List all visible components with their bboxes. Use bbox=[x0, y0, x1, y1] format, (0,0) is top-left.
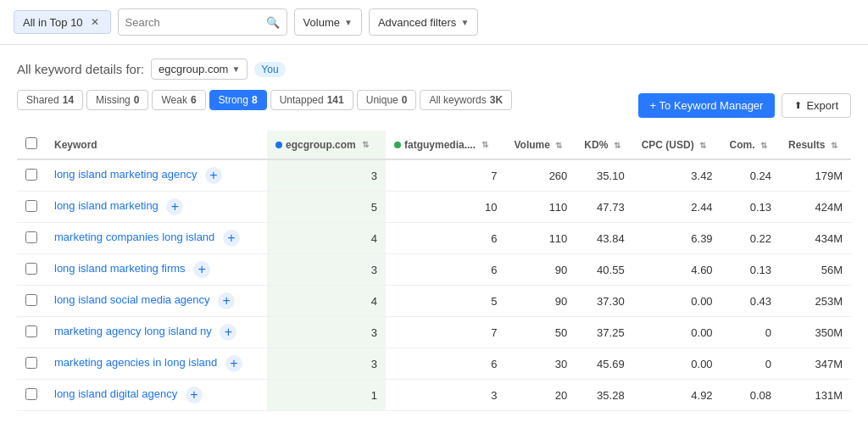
egc-rank-cell: 4 bbox=[267, 223, 386, 254]
keyword-link[interactable]: long island social media agency bbox=[54, 293, 210, 306]
row-checkbox-cell[interactable] bbox=[17, 254, 46, 286]
sort-icon: ⇅ bbox=[481, 140, 488, 149]
keyword-link[interactable]: marketing agencies in long island bbox=[54, 356, 217, 369]
com-cell: 0.22 bbox=[721, 223, 780, 254]
add-keyword-button[interactable]: + bbox=[225, 355, 242, 372]
sort-icon: ⇅ bbox=[831, 141, 837, 150]
com-cell: 0.13 bbox=[721, 192, 780, 223]
tab-count: 14 bbox=[63, 94, 74, 106]
add-keyword-button[interactable]: + bbox=[223, 230, 240, 247]
com-col-header: Com. ⇅ bbox=[721, 131, 780, 159]
volume-label: Volume bbox=[303, 16, 340, 29]
tab-untapped[interactable]: Untapped 141 bbox=[270, 90, 353, 110]
volume-cell: 50 bbox=[505, 317, 576, 348]
tab-missing[interactable]: Missing 0 bbox=[86, 90, 148, 110]
row-checkbox-cell[interactable] bbox=[17, 286, 46, 317]
add-keyword-button[interactable]: + bbox=[186, 387, 203, 403]
results-cell: 131M bbox=[780, 380, 851, 411]
tab-strong[interactable]: Strong 8 bbox=[209, 90, 267, 110]
table-row: long island digital agency + 1 3 20 35.2… bbox=[17, 380, 851, 411]
kd-cell: 37.30 bbox=[576, 286, 632, 317]
row-checkbox[interactable] bbox=[25, 357, 37, 369]
row-checkbox[interactable] bbox=[25, 231, 37, 243]
row-checkbox-cell[interactable] bbox=[17, 380, 46, 411]
kd-cell: 45.69 bbox=[576, 348, 632, 380]
select-all-header[interactable] bbox=[17, 131, 46, 159]
fat-rank-cell: 6 bbox=[386, 223, 505, 254]
fat-rank-cell: 5 bbox=[386, 286, 505, 317]
row-checkbox-cell[interactable] bbox=[17, 192, 46, 223]
filter-tag-label: All in Top 10 bbox=[23, 16, 83, 29]
com-cell: 0 bbox=[721, 348, 780, 380]
top-bar: All in Top 10 ✕ 🔍 Volume ▼ Advanced filt… bbox=[0, 0, 868, 45]
filter-tag[interactable]: All in Top 10 ✕ bbox=[14, 10, 111, 34]
egc-rank-cell: 1 bbox=[267, 380, 386, 411]
tab-count: 141 bbox=[327, 94, 344, 106]
fat-rank-cell: 10 bbox=[386, 192, 505, 223]
row-checkbox[interactable] bbox=[25, 294, 37, 306]
cpc-cell: 4.92 bbox=[633, 380, 721, 411]
search-box: 🔍 bbox=[118, 8, 287, 36]
tab-count: 0 bbox=[402, 94, 408, 106]
tab-all[interactable]: All keywords 3K bbox=[420, 90, 512, 110]
cpc-cell: 0.00 bbox=[633, 317, 721, 348]
keyword-cell: marketing agency long island ny + bbox=[46, 317, 267, 348]
sort-icon: ⇅ bbox=[614, 141, 620, 150]
row-checkbox-cell[interactable] bbox=[17, 317, 46, 348]
table-row: long island marketing firms + 3 6 90 40.… bbox=[17, 254, 851, 286]
row-checkbox[interactable] bbox=[25, 388, 37, 400]
add-keyword-button[interactable]: + bbox=[205, 167, 222, 184]
tab-shared[interactable]: Shared 14 bbox=[17, 90, 83, 110]
keyword-cell: marketing companies long island + bbox=[46, 223, 267, 254]
egc-rank-cell: 5 bbox=[267, 192, 386, 223]
tab-count: 0 bbox=[134, 94, 140, 106]
kd-cell: 40.55 bbox=[576, 254, 632, 286]
add-keyword-button[interactable]: + bbox=[166, 198, 183, 215]
tab-unique[interactable]: Unique 0 bbox=[357, 90, 417, 110]
tab-label: All keywords bbox=[429, 94, 486, 106]
search-input[interactable] bbox=[125, 16, 261, 29]
chevron-down-icon: ▼ bbox=[344, 18, 353, 27]
com-cell: 0.13 bbox=[721, 254, 780, 286]
export-button[interactable]: ⬆ Export bbox=[782, 93, 851, 118]
advanced-filters-dropdown[interactable]: Advanced filters ▼ bbox=[369, 8, 478, 36]
add-keyword-button[interactable]: + bbox=[193, 261, 210, 278]
tab-count: 6 bbox=[191, 94, 197, 106]
add-keyword-button[interactable]: + bbox=[220, 324, 236, 341]
keyword-link[interactable]: long island marketing firms bbox=[54, 262, 186, 275]
volume-cell: 20 bbox=[505, 380, 576, 411]
keyword-for-row: All keyword details for: egcgroup.com ▼ … bbox=[17, 58, 851, 80]
row-checkbox-cell[interactable] bbox=[17, 159, 46, 192]
keyword-link[interactable]: marketing agency long island ny bbox=[54, 325, 212, 337]
row-checkbox[interactable] bbox=[25, 263, 37, 275]
row-checkbox-cell[interactable] bbox=[17, 348, 46, 380]
tab-weak[interactable]: Weak 6 bbox=[152, 90, 205, 110]
volume-cell: 90 bbox=[505, 286, 576, 317]
keyword-manager-button[interactable]: + To Keyword Manager bbox=[638, 93, 776, 118]
keyword-cell: long island digital agency + bbox=[46, 380, 267, 411]
tab-count: 3K bbox=[490, 94, 503, 106]
domain-selector[interactable]: egcgroup.com ▼ bbox=[151, 58, 248, 80]
row-checkbox[interactable] bbox=[25, 169, 37, 181]
kd-cell: 37.25 bbox=[576, 317, 632, 348]
add-keyword-button[interactable]: + bbox=[218, 292, 235, 309]
export-icon: ⬆ bbox=[794, 100, 802, 111]
egcgroup-col-header: egcgroup.com ⇅ bbox=[267, 131, 386, 159]
filter-tag-close[interactable]: ✕ bbox=[88, 15, 102, 29]
com-cell: 0.43 bbox=[721, 286, 780, 317]
keyword-link[interactable]: long island marketing bbox=[54, 199, 159, 212]
egc-dot bbox=[275, 142, 282, 148]
row-checkbox[interactable] bbox=[25, 200, 37, 212]
action-buttons: + To Keyword Manager ⬆ Export bbox=[638, 93, 851, 118]
keyword-cell: long island marketing agency + bbox=[46, 159, 267, 192]
results-cell: 424M bbox=[780, 192, 851, 223]
row-checkbox-cell[interactable] bbox=[17, 223, 46, 254]
keyword-link[interactable]: marketing companies long island bbox=[54, 231, 214, 243]
keyword-link[interactable]: long island digital agency bbox=[54, 387, 177, 400]
keyword-link[interactable]: long island marketing agency bbox=[54, 168, 197, 181]
row-checkbox[interactable] bbox=[25, 325, 37, 337]
select-all-checkbox[interactable] bbox=[25, 137, 37, 149]
volume-dropdown[interactable]: Volume ▼ bbox=[294, 8, 362, 36]
results-col-header: Results ⇅ bbox=[780, 131, 851, 159]
domain-name: egcgroup.com bbox=[159, 63, 228, 75]
